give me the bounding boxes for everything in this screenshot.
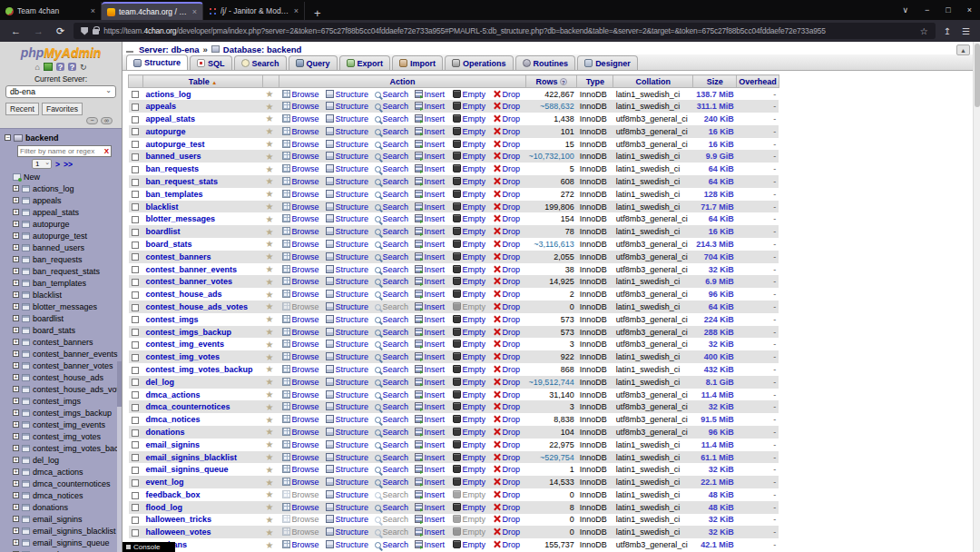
browse-link[interactable]: Browse [292,252,319,261]
favorite-star-icon[interactable]: ★ [266,227,274,237]
table-name-link[interactable]: contest_banner_votes [146,277,233,286]
table-name[interactable]: dmca_notices [33,491,83,500]
browse-link[interactable]: Browse [292,390,319,399]
size-value[interactable]: 32 KiB [693,514,737,527]
empty-link[interactable]: Empty [463,527,486,537]
tree-table-item[interactable]: + ban_requests [5,253,122,265]
row-checkbox[interactable] [132,479,139,487]
table-name[interactable]: email_signins [33,515,83,524]
drop-link[interactable]: Drop [503,202,521,212]
row-checkbox[interactable] [132,367,139,374]
insert-link[interactable]: Insert [425,328,446,337]
new-label[interactable]: New [24,172,40,182]
empty-link[interactable]: Empty [463,90,486,99]
forward-button[interactable]: → [30,25,47,36]
insert-link[interactable]: Insert [425,277,446,286]
table-name[interactable]: banned_users [33,243,84,252]
drop-link[interactable]: Drop [503,503,521,512]
empty-link[interactable]: Empty [463,265,486,274]
empty-link[interactable]: Empty [463,328,486,337]
tree-table-item[interactable]: + contest_img_votes_backup [5,442,122,454]
favorite-star-icon[interactable]: ★ [266,126,274,136]
reload-navigation-icon[interactable]: ↻ [80,63,87,72]
browse-link[interactable]: Browse [292,315,319,324]
page-last-link[interactable]: >> [64,160,73,169]
browse-link[interactable]: Browse [292,102,319,111]
search-link[interactable]: Search [383,177,409,186]
expand-icon[interactable]: + [13,398,19,404]
tree-table-item[interactable]: + contest_banner_votes [5,360,122,371]
empty-link[interactable]: Empty [463,202,486,212]
favorite-star-icon[interactable]: ★ [266,364,274,374]
search-link[interactable]: Search [383,503,409,512]
empty-link[interactable]: Empty [463,490,486,499]
size-value[interactable]: 71.7 MiB [693,201,737,213]
row-checkbox[interactable] [132,141,139,148]
size-value[interactable]: 64 KiB [693,163,737,175]
size-value[interactable]: 311.1 MiB [693,100,737,113]
header-collation[interactable]: Collation [613,75,693,88]
row-checkbox[interactable] [132,166,139,173]
structure-link[interactable]: Structure [336,478,369,487]
size-value[interactable]: 6.9 MiB [693,275,737,288]
drop-link[interactable]: Drop [503,290,521,299]
table-name[interactable]: contest_banners [33,338,93,347]
header-type[interactable]: Type [577,75,613,88]
size-value[interactable]: 32 KiB [693,400,737,413]
search-link[interactable]: Search [383,227,409,236]
browse-link[interactable]: Browse [292,164,319,173]
filter-clear-icon[interactable]: X [104,147,109,155]
insert-link[interactable]: Insert [425,252,446,261]
table-name-link[interactable]: contest_img_votes_backup [146,365,253,374]
tree-table-item[interactable]: + contest_banners [5,336,122,348]
browse-link[interactable]: Browse [292,465,319,474]
search-link[interactable]: Search [383,114,409,123]
drop-link[interactable]: Drop [503,177,521,186]
insert-link[interactable]: Insert [425,315,446,324]
table-name[interactable]: donations [33,503,68,512]
browse-link[interactable]: Browse [292,127,319,136]
search-link[interactable]: Search [383,277,409,286]
maximize-button[interactable]: □ [937,5,958,15]
drop-link[interactable]: Drop [503,340,521,349]
insert-link[interactable]: Insert [425,440,446,449]
favorite-star-icon[interactable]: ★ [266,340,274,350]
search-link[interactable]: Search [383,527,409,537]
table-name-link[interactable]: blacklist [146,202,179,212]
favorites-button[interactable]: Favorites [42,103,83,115]
table-name-link[interactable]: event_log [146,478,184,487]
insert-link[interactable]: Insert [425,540,446,549]
table-name-link[interactable]: del_log [146,378,175,387]
pma-tab[interactable]: Export [339,55,391,70]
expand-icon[interactable]: + [13,280,19,286]
table-name-link[interactable]: contest_img_votes [146,352,220,361]
drop-link[interactable]: Drop [503,102,521,111]
size-value[interactable]: 138.7 MiB [693,88,737,101]
favorite-star-icon[interactable]: ★ [266,527,274,537]
structure-link[interactable]: Structure [336,415,369,424]
empty-link[interactable]: Empty [463,102,486,111]
browse-link[interactable]: Browse [292,277,319,286]
search-link[interactable]: Search [383,102,409,111]
structure-link[interactable]: Structure [336,402,369,411]
empty-link[interactable]: Empty [463,378,486,387]
table-name[interactable]: contest_img_votes_backup [33,444,122,453]
drop-link[interactable]: Drop [503,277,521,286]
table-name-link[interactable]: email_signins [146,440,201,449]
row-checkbox[interactable] [132,429,139,437]
page-select[interactable]: 1 [32,159,52,169]
insert-link[interactable]: Insert [425,265,446,274]
size-value[interactable]: 96 KiB [693,426,737,439]
collapse-navigation-icon[interactable] [126,45,133,53]
tracking-shield-icon[interactable] [81,27,88,35]
row-checkbox[interactable] [132,179,139,186]
favorite-star-icon[interactable]: ★ [266,515,274,525]
browse-link[interactable]: Browse [292,152,319,161]
scroll-top-widget[interactable]: ▲ [956,44,970,55]
expand-icon[interactable]: + [13,350,19,357]
drop-link[interactable]: Drop [503,315,521,324]
bookmark-star-icon[interactable]: ☆ [920,26,928,36]
structure-link[interactable]: Structure [336,127,369,136]
table-name[interactable]: blacklist [33,291,62,300]
empty-link[interactable]: Empty [463,240,486,249]
